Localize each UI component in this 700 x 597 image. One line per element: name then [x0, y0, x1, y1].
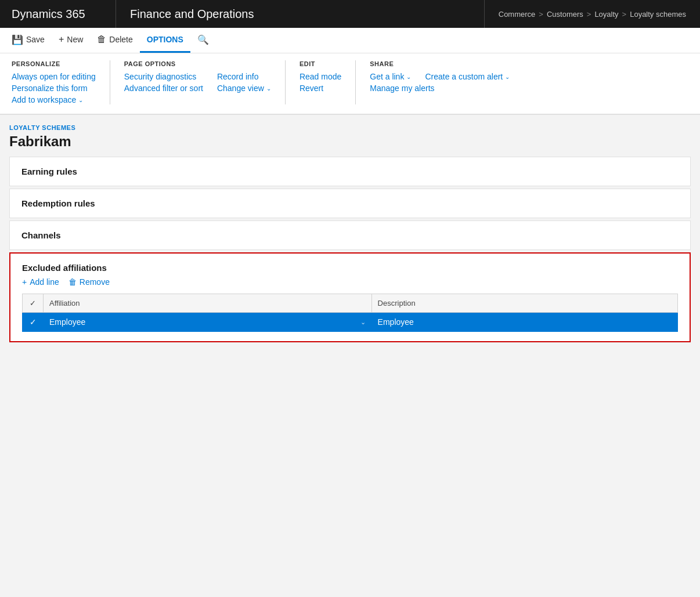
edit-group: EDIT Read mode Revert [300, 60, 356, 104]
breadcrumb-sep-3: > [622, 10, 627, 19]
affiliations-table: ✓ Affiliation Description ✓ Employee [22, 294, 678, 332]
excluded-affiliations-section: Excluded affiliations + Add line 🗑 Remov… [9, 252, 691, 342]
always-open-editing[interactable]: Always open for editing [12, 72, 96, 81]
remove-icon: 🗑 [68, 277, 77, 287]
row-affiliation-cell[interactable]: Employee ⌄ [44, 313, 372, 332]
options-panel: PERSONALIZE Always open for editing Pers… [0, 53, 700, 115]
personalize-title: PERSONALIZE [12, 60, 96, 67]
create-custom-alert-chevron: ⌄ [505, 74, 510, 80]
advanced-filter[interactable]: Advanced filter or sort [124, 84, 203, 93]
d365-label: Dynamics 365 [12, 8, 85, 21]
page-options-title: PAGE OPTIONS [124, 60, 271, 67]
channels-title: Channels [21, 230, 679, 240]
read-mode[interactable]: Read mode [300, 72, 341, 81]
breadcrumb-sep-2: > [587, 10, 591, 19]
top-nav: Dynamics 365 Finance and Operations Comm… [0, 0, 700, 28]
table-row[interactable]: ✓ Employee ⌄ Employee [23, 313, 678, 332]
page-options-items: Security diagnostics Record info Advance… [124, 72, 271, 93]
main-content: Earning rules Redemption rules Channels … [0, 157, 700, 354]
d365-logo[interactable]: Dynamics 365 [0, 0, 116, 28]
add-to-workspace-chevron: ⌄ [78, 97, 83, 103]
security-diagnostics[interactable]: Security diagnostics [124, 72, 203, 81]
affiliations-toolbar: + Add line 🗑 Remove [22, 273, 678, 294]
breadcrumb: Commerce > Customers > Loyalty > Loyalty… [485, 0, 700, 28]
record-info[interactable]: Record info [217, 72, 271, 81]
personalize-form[interactable]: Personalize this form [12, 84, 96, 93]
breadcrumb-sep-1: > [539, 10, 543, 19]
page-label: LOYALTY SCHEMES [9, 124, 691, 131]
earning-rules-title: Earning rules [21, 167, 679, 176]
share-items: Get a link ⌄ Create a custom alert ⌄ Man… [370, 72, 510, 93]
save-icon: 💾 [12, 34, 23, 45]
personalize-group: PERSONALIZE Always open for editing Pers… [12, 60, 110, 104]
row-description-value: Employee [378, 317, 414, 327]
breadcrumb-commerce[interactable]: Commerce [499, 10, 536, 19]
breadcrumb-loyalty[interactable]: Loyalty [594, 10, 618, 19]
delete-button[interactable]: 🗑 Delete [90, 28, 139, 53]
main-toolbar: 💾 Save + New 🗑 Delete OPTIONS 🔍 [0, 28, 700, 53]
options-label: OPTIONS [147, 35, 183, 44]
breadcrumb-loyalty-schemes[interactable]: Loyalty schemes [630, 10, 686, 19]
row-check-cell[interactable]: ✓ [23, 313, 44, 332]
page-options-group: PAGE OPTIONS Security diagnostics Record… [124, 60, 286, 104]
row-affiliation-value: Employee [49, 317, 85, 327]
row-description-cell: Employee [371, 313, 677, 332]
change-view[interactable]: Change view ⌄ [217, 84, 271, 93]
change-view-chevron: ⌄ [266, 85, 271, 92]
col-header-affiliation: Affiliation [44, 294, 372, 313]
breadcrumb-customers[interactable]: Customers [547, 10, 583, 19]
redemption-rules-section[interactable]: Redemption rules [9, 189, 691, 218]
add-line-button[interactable]: + Add line [22, 277, 59, 287]
search-button[interactable]: 🔍 [190, 28, 216, 53]
app-label: Finance and Operations [130, 8, 254, 21]
redemption-rules-title: Redemption rules [21, 198, 679, 208]
save-label: Save [26, 35, 45, 44]
delete-icon: 🗑 [97, 34, 106, 45]
col-header-description: Description [371, 294, 677, 313]
channels-section[interactable]: Channels [9, 220, 691, 250]
create-custom-alert[interactable]: Create a custom alert ⌄ [425, 72, 510, 81]
delete-label: Delete [109, 35, 132, 44]
add-line-label: Add line [30, 277, 59, 287]
new-label: New [67, 35, 83, 44]
page-header: LOYALTY SCHEMES Fabrikam [0, 115, 700, 157]
excluded-affiliations-title: Excluded affiliations [22, 263, 678, 273]
get-a-link[interactable]: Get a link ⌄ [370, 72, 411, 81]
add-line-icon: + [22, 277, 27, 287]
remove-button[interactable]: 🗑 Remove [68, 277, 110, 287]
app-name: Finance and Operations [116, 0, 485, 28]
options-tab[interactable]: OPTIONS [140, 28, 190, 53]
personalize-items: Always open for editing Personalize this… [12, 72, 96, 104]
remove-label: Remove [80, 277, 110, 287]
share-title: SHARE [370, 60, 510, 67]
add-to-workspace[interactable]: Add to workspace ⌄ [12, 95, 96, 104]
search-icon: 🔍 [197, 34, 209, 45]
row-check-mark: ✓ [30, 317, 37, 327]
page-title: Fabrikam [9, 133, 691, 150]
revert[interactable]: Revert [300, 84, 341, 93]
affiliation-dropdown-arrow[interactable]: ⌄ [360, 319, 366, 326]
edit-items: Read mode Revert [300, 72, 341, 93]
edit-title: EDIT [300, 60, 341, 67]
manage-my-alerts[interactable]: Manage my alerts [370, 84, 510, 93]
share-group: SHARE Get a link ⌄ Create a custom alert… [370, 60, 524, 104]
earning-rules-section[interactable]: Earning rules [9, 157, 691, 186]
col-header-check: ✓ [23, 294, 44, 313]
save-button[interactable]: 💾 Save [5, 28, 52, 53]
new-icon: + [59, 34, 64, 45]
get-a-link-chevron: ⌄ [406, 74, 411, 80]
new-button[interactable]: + New [52, 28, 90, 53]
